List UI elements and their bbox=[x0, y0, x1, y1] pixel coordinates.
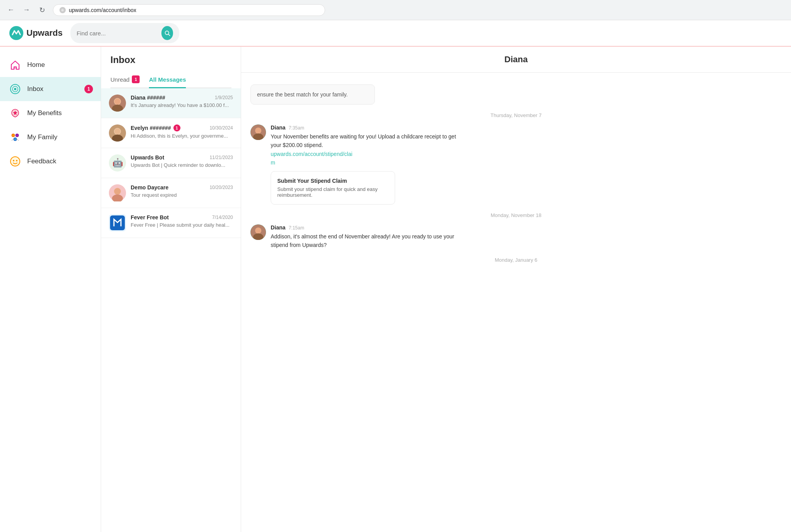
evelyn-message-content: Evelyn ####### 1 10/30/2024 Hi Addison, … bbox=[131, 124, 233, 139]
sidebar-item-my-benefits[interactable]: My Benefits bbox=[0, 101, 101, 125]
message-item-demo-daycare[interactable]: Demo Daycare 10/20/2023 Tour request exp… bbox=[101, 178, 241, 208]
truncated-message-card: ensure the best match for your family. bbox=[250, 84, 375, 105]
url-text: upwards.com/account/inbox bbox=[69, 7, 136, 13]
app-header: Upwards bbox=[0, 20, 791, 47]
inbox-icon bbox=[9, 83, 21, 95]
diana-sender: Diana ###### bbox=[131, 94, 165, 101]
message-item-fever-free[interactable]: Fever Free Bot 7/14/2020 Fever Free | Pl… bbox=[101, 208, 241, 238]
inbox-tabs: Unread 1 All Messages bbox=[110, 72, 231, 88]
stipend-card-text: Submit your stipend claim for quick and … bbox=[277, 186, 388, 198]
fever-date: 7/14/2020 bbox=[212, 215, 233, 220]
fever-sender: Fever Free Bot bbox=[131, 214, 169, 220]
message-item-evelyn[interactable]: Evelyn ####### 1 10/30/2024 Hi Addison, … bbox=[101, 118, 241, 148]
inbox-header: Inbox Unread 1 All Messages bbox=[101, 47, 241, 88]
svg-point-30 bbox=[255, 228, 261, 234]
diana-nov18-text: Addison, it's almost the end of November… bbox=[271, 232, 457, 250]
daycare-header-row: Demo Daycare 10/20/2023 bbox=[131, 184, 233, 191]
sidebar-label-home: Home bbox=[27, 61, 45, 69]
diana-nov7-text: Your November benefits are waiting for y… bbox=[271, 132, 457, 167]
feedback-icon bbox=[9, 156, 21, 167]
diana-date: 1/9/2025 bbox=[215, 95, 233, 100]
tab-all-messages-label: All Messages bbox=[149, 76, 186, 83]
logo-area: Upwards bbox=[9, 26, 63, 40]
stipend-link[interactable]: upwards.com/account/stipend/claim bbox=[271, 151, 352, 166]
daycare-date: 10/20/2023 bbox=[210, 185, 233, 190]
home-icon bbox=[9, 59, 21, 71]
fever-header-row: Fever Free Bot 7/14/2020 bbox=[131, 214, 233, 220]
message-list: Diana ###### 1/9/2025 It's January alrea… bbox=[101, 88, 241, 532]
chat-header: Diana bbox=[241, 47, 791, 73]
diana-nov7-sender-row: Diana 7:35am bbox=[271, 124, 457, 131]
date-nov7-text: Thursday, November 7 bbox=[490, 112, 541, 118]
chat-diana-avatar-nov18 bbox=[250, 224, 266, 240]
evelyn-header-row: Evelyn ####### 1 10/30/2024 bbox=[131, 124, 233, 131]
sidebar-item-home[interactable]: Home bbox=[0, 53, 101, 77]
svg-point-27 bbox=[255, 128, 261, 134]
diana-nov18-bubble: Diana 7:15am Addison, it's almost the en… bbox=[271, 224, 457, 250]
sidebar-item-feedback[interactable]: Feedback bbox=[0, 149, 101, 173]
logo-icon bbox=[9, 26, 23, 40]
site-icon: ⊕ bbox=[60, 7, 66, 13]
refresh-button[interactable]: ↻ bbox=[36, 4, 48, 16]
benefits-icon bbox=[9, 107, 21, 119]
daycare-preview: Tour request expired bbox=[131, 192, 233, 198]
inbox-panel: Inbox Unread 1 All Messages bbox=[101, 47, 241, 532]
date-nov18-text: Monday, November 18 bbox=[491, 212, 542, 218]
date-divider-jan6: Monday, January 6 bbox=[250, 257, 782, 263]
search-button[interactable] bbox=[161, 26, 173, 40]
back-button[interactable]: ← bbox=[5, 4, 17, 16]
truncated-message-text: ensure the best match for your family. bbox=[257, 91, 348, 98]
svg-point-24 bbox=[114, 188, 121, 194]
upwards-bot-avatar: 🤖 bbox=[109, 154, 126, 172]
unread-tab-badge: 1 bbox=[132, 75, 140, 83]
diana-message-content: Diana ###### 1/9/2025 It's January alrea… bbox=[131, 94, 233, 108]
diana-nov18-name: Diana bbox=[271, 224, 285, 231]
address-bar[interactable]: ⊕ upwards.com/account/inbox bbox=[53, 4, 325, 16]
forward-button[interactable]: → bbox=[20, 4, 33, 16]
fever-avatar bbox=[109, 214, 126, 231]
tab-unread-label: Unread bbox=[110, 76, 130, 83]
svg-point-12 bbox=[16, 160, 18, 161]
tab-unread[interactable]: Unread 1 bbox=[110, 72, 140, 88]
svg-point-8 bbox=[16, 134, 19, 137]
date-divider-nov18: Monday, November 18 bbox=[250, 212, 782, 218]
svg-point-10 bbox=[10, 157, 20, 166]
svg-point-20 bbox=[114, 128, 121, 135]
sidebar-item-my-family[interactable]: My Family bbox=[0, 125, 101, 149]
browser-nav-buttons: ← → ↻ bbox=[5, 4, 48, 16]
stipend-card-title: Submit Your Stipend Claim bbox=[277, 178, 388, 184]
chat-panel: Diana ensure the best match for your fam… bbox=[241, 47, 791, 532]
daycare-message-content: Demo Daycare 10/20/2023 Tour request exp… bbox=[131, 184, 233, 198]
evelyn-sender-text: Evelyn ####### bbox=[131, 125, 171, 131]
daycare-avatar bbox=[109, 184, 126, 201]
sidebar-label-inbox: Inbox bbox=[27, 85, 44, 93]
bot-message-content: Upwards Bot 11/21/2023 Upwards Bot | Qui… bbox=[131, 154, 233, 168]
sidebar-item-inbox[interactable]: Inbox 1 bbox=[0, 77, 101, 101]
evelyn-preview: Hi Addison, this is Evelyn, your governm… bbox=[131, 133, 233, 139]
sidebar-label-my-benefits: My Benefits bbox=[27, 109, 62, 117]
message-item-diana[interactable]: Diana ###### 1/9/2025 It's January alrea… bbox=[101, 88, 241, 118]
chat-message-diana-nov18: Diana 7:15am Addison, it's almost the en… bbox=[250, 224, 782, 250]
svg-point-11 bbox=[13, 160, 14, 161]
inbox-title: Inbox bbox=[110, 54, 231, 65]
stipend-card[interactable]: Submit Your Stipend Claim Submit your st… bbox=[271, 171, 395, 205]
logo-text: Upwards bbox=[26, 28, 63, 38]
date-jan6-text: Monday, January 6 bbox=[495, 257, 537, 263]
evelyn-badge: 1 bbox=[173, 124, 180, 131]
tab-all-messages[interactable]: All Messages bbox=[149, 72, 186, 88]
app-body: Home Inbox 1 My Benefits bbox=[0, 47, 791, 532]
bot-date: 11/21/2023 bbox=[210, 155, 233, 160]
diana-avatar bbox=[109, 94, 126, 112]
message-item-upwards-bot[interactable]: 🤖 Upwards Bot 11/21/2023 Upwards Bot | Q… bbox=[101, 148, 241, 178]
svg-line-2 bbox=[168, 34, 170, 36]
search-input[interactable] bbox=[77, 30, 158, 37]
evelyn-sender: Evelyn ####### 1 bbox=[131, 124, 180, 131]
bot-sender: Upwards Bot bbox=[131, 154, 164, 161]
family-icon bbox=[9, 131, 21, 143]
evelyn-avatar bbox=[109, 124, 126, 142]
search-area[interactable] bbox=[70, 23, 179, 43]
fever-message-content: Fever Free Bot 7/14/2020 Fever Free | Pl… bbox=[131, 214, 233, 228]
evelyn-date: 10/30/2024 bbox=[210, 125, 233, 131]
diana-nov7-bubble: Diana 7:35am Your November benefits are … bbox=[271, 124, 457, 205]
svg-point-7 bbox=[12, 134, 15, 137]
